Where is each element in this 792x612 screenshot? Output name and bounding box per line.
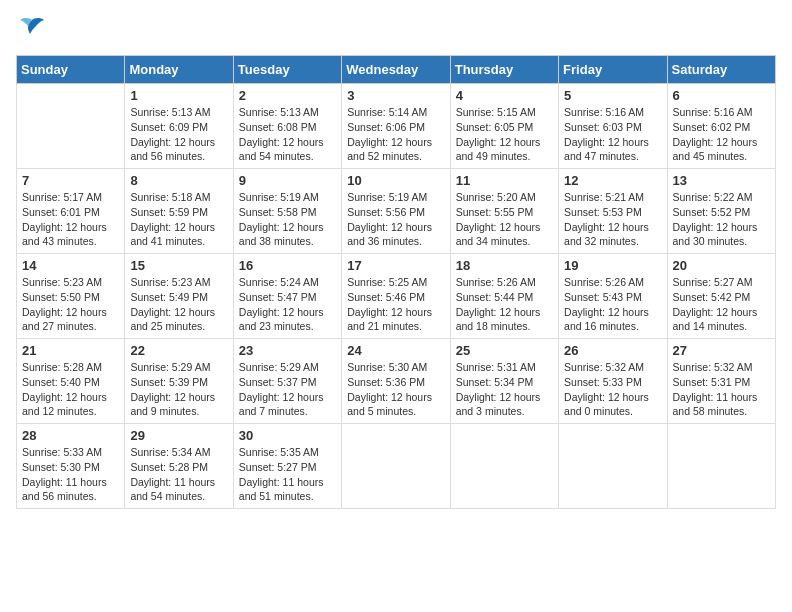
calendar-cell: 18Sunrise: 5:26 AMSunset: 5:44 PMDayligh… <box>450 254 558 339</box>
calendar-cell: 9Sunrise: 5:19 AMSunset: 5:58 PMDaylight… <box>233 169 341 254</box>
calendar-cell <box>17 84 125 169</box>
day-number: 18 <box>456 258 553 273</box>
day-number: 26 <box>564 343 661 358</box>
calendar-cell: 1Sunrise: 5:13 AMSunset: 6:09 PMDaylight… <box>125 84 233 169</box>
day-info: Sunrise: 5:33 AMSunset: 5:30 PMDaylight:… <box>22 445 119 504</box>
calendar-cell <box>667 424 775 509</box>
calendar-cell: 16Sunrise: 5:24 AMSunset: 5:47 PMDayligh… <box>233 254 341 339</box>
calendar-cell: 14Sunrise: 5:23 AMSunset: 5:50 PMDayligh… <box>17 254 125 339</box>
day-number: 21 <box>22 343 119 358</box>
weekday-header-monday: Monday <box>125 56 233 84</box>
day-number: 29 <box>130 428 227 443</box>
day-info: Sunrise: 5:17 AMSunset: 6:01 PMDaylight:… <box>22 190 119 249</box>
day-info: Sunrise: 5:24 AMSunset: 5:47 PMDaylight:… <box>239 275 336 334</box>
day-info: Sunrise: 5:20 AMSunset: 5:55 PMDaylight:… <box>456 190 553 249</box>
calendar-cell: 13Sunrise: 5:22 AMSunset: 5:52 PMDayligh… <box>667 169 775 254</box>
logo <box>16 16 46 43</box>
day-number: 28 <box>22 428 119 443</box>
calendar-cell: 25Sunrise: 5:31 AMSunset: 5:34 PMDayligh… <box>450 339 558 424</box>
day-number: 8 <box>130 173 227 188</box>
day-info: Sunrise: 5:15 AMSunset: 6:05 PMDaylight:… <box>456 105 553 164</box>
day-number: 4 <box>456 88 553 103</box>
day-info: Sunrise: 5:13 AMSunset: 6:09 PMDaylight:… <box>130 105 227 164</box>
weekday-header-wednesday: Wednesday <box>342 56 450 84</box>
day-number: 20 <box>673 258 770 273</box>
day-number: 16 <box>239 258 336 273</box>
calendar-cell: 2Sunrise: 5:13 AMSunset: 6:08 PMDaylight… <box>233 84 341 169</box>
day-number: 17 <box>347 258 444 273</box>
week-row-3: 14Sunrise: 5:23 AMSunset: 5:50 PMDayligh… <box>17 254 776 339</box>
day-number: 27 <box>673 343 770 358</box>
day-info: Sunrise: 5:13 AMSunset: 6:08 PMDaylight:… <box>239 105 336 164</box>
day-info: Sunrise: 5:29 AMSunset: 5:39 PMDaylight:… <box>130 360 227 419</box>
calendar-cell: 19Sunrise: 5:26 AMSunset: 5:43 PMDayligh… <box>559 254 667 339</box>
day-number: 2 <box>239 88 336 103</box>
calendar-cell: 5Sunrise: 5:16 AMSunset: 6:03 PMDaylight… <box>559 84 667 169</box>
day-info: Sunrise: 5:26 AMSunset: 5:44 PMDaylight:… <box>456 275 553 334</box>
calendar-cell: 11Sunrise: 5:20 AMSunset: 5:55 PMDayligh… <box>450 169 558 254</box>
day-info: Sunrise: 5:35 AMSunset: 5:27 PMDaylight:… <box>239 445 336 504</box>
weekday-header-tuesday: Tuesday <box>233 56 341 84</box>
calendar-cell: 26Sunrise: 5:32 AMSunset: 5:33 PMDayligh… <box>559 339 667 424</box>
calendar-cell: 8Sunrise: 5:18 AMSunset: 5:59 PMDaylight… <box>125 169 233 254</box>
calendar-cell: 17Sunrise: 5:25 AMSunset: 5:46 PMDayligh… <box>342 254 450 339</box>
weekday-header-sunday: Sunday <box>17 56 125 84</box>
calendar-cell: 6Sunrise: 5:16 AMSunset: 6:02 PMDaylight… <box>667 84 775 169</box>
day-number: 14 <box>22 258 119 273</box>
day-info: Sunrise: 5:30 AMSunset: 5:36 PMDaylight:… <box>347 360 444 419</box>
day-number: 25 <box>456 343 553 358</box>
calendar-cell: 3Sunrise: 5:14 AMSunset: 6:06 PMDaylight… <box>342 84 450 169</box>
weekday-header-row: SundayMondayTuesdayWednesdayThursdayFrid… <box>17 56 776 84</box>
logo-bird-icon <box>18 16 46 43</box>
day-number: 15 <box>130 258 227 273</box>
day-info: Sunrise: 5:22 AMSunset: 5:52 PMDaylight:… <box>673 190 770 249</box>
week-row-5: 28Sunrise: 5:33 AMSunset: 5:30 PMDayligh… <box>17 424 776 509</box>
day-info: Sunrise: 5:34 AMSunset: 5:28 PMDaylight:… <box>130 445 227 504</box>
calendar-cell: 7Sunrise: 5:17 AMSunset: 6:01 PMDaylight… <box>17 169 125 254</box>
weekday-header-saturday: Saturday <box>667 56 775 84</box>
day-info: Sunrise: 5:23 AMSunset: 5:49 PMDaylight:… <box>130 275 227 334</box>
calendar-cell: 29Sunrise: 5:34 AMSunset: 5:28 PMDayligh… <box>125 424 233 509</box>
day-number: 22 <box>130 343 227 358</box>
week-row-2: 7Sunrise: 5:17 AMSunset: 6:01 PMDaylight… <box>17 169 776 254</box>
calendar-cell: 4Sunrise: 5:15 AMSunset: 6:05 PMDaylight… <box>450 84 558 169</box>
day-number: 9 <box>239 173 336 188</box>
calendar-cell: 23Sunrise: 5:29 AMSunset: 5:37 PMDayligh… <box>233 339 341 424</box>
day-info: Sunrise: 5:31 AMSunset: 5:34 PMDaylight:… <box>456 360 553 419</box>
day-number: 3 <box>347 88 444 103</box>
day-number: 10 <box>347 173 444 188</box>
calendar-cell: 21Sunrise: 5:28 AMSunset: 5:40 PMDayligh… <box>17 339 125 424</box>
day-info: Sunrise: 5:32 AMSunset: 5:31 PMDaylight:… <box>673 360 770 419</box>
week-row-1: 1Sunrise: 5:13 AMSunset: 6:09 PMDaylight… <box>17 84 776 169</box>
day-info: Sunrise: 5:18 AMSunset: 5:59 PMDaylight:… <box>130 190 227 249</box>
day-number: 6 <box>673 88 770 103</box>
calendar-cell <box>450 424 558 509</box>
day-info: Sunrise: 5:19 AMSunset: 5:58 PMDaylight:… <box>239 190 336 249</box>
day-number: 1 <box>130 88 227 103</box>
day-info: Sunrise: 5:21 AMSunset: 5:53 PMDaylight:… <box>564 190 661 249</box>
calendar-cell: 24Sunrise: 5:30 AMSunset: 5:36 PMDayligh… <box>342 339 450 424</box>
day-number: 30 <box>239 428 336 443</box>
day-info: Sunrise: 5:23 AMSunset: 5:50 PMDaylight:… <box>22 275 119 334</box>
day-info: Sunrise: 5:16 AMSunset: 6:03 PMDaylight:… <box>564 105 661 164</box>
calendar-cell: 30Sunrise: 5:35 AMSunset: 5:27 PMDayligh… <box>233 424 341 509</box>
day-number: 12 <box>564 173 661 188</box>
calendar-cell: 20Sunrise: 5:27 AMSunset: 5:42 PMDayligh… <box>667 254 775 339</box>
day-info: Sunrise: 5:32 AMSunset: 5:33 PMDaylight:… <box>564 360 661 419</box>
day-info: Sunrise: 5:25 AMSunset: 5:46 PMDaylight:… <box>347 275 444 334</box>
weekday-header-thursday: Thursday <box>450 56 558 84</box>
page-header <box>16 16 776 43</box>
day-number: 7 <box>22 173 119 188</box>
calendar-cell: 12Sunrise: 5:21 AMSunset: 5:53 PMDayligh… <box>559 169 667 254</box>
day-info: Sunrise: 5:29 AMSunset: 5:37 PMDaylight:… <box>239 360 336 419</box>
day-info: Sunrise: 5:14 AMSunset: 6:06 PMDaylight:… <box>347 105 444 164</box>
calendar-table: SundayMondayTuesdayWednesdayThursdayFrid… <box>16 55 776 509</box>
calendar-cell: 27Sunrise: 5:32 AMSunset: 5:31 PMDayligh… <box>667 339 775 424</box>
calendar-cell <box>559 424 667 509</box>
calendar-cell <box>342 424 450 509</box>
day-info: Sunrise: 5:19 AMSunset: 5:56 PMDaylight:… <box>347 190 444 249</box>
calendar-cell: 15Sunrise: 5:23 AMSunset: 5:49 PMDayligh… <box>125 254 233 339</box>
day-info: Sunrise: 5:27 AMSunset: 5:42 PMDaylight:… <box>673 275 770 334</box>
day-info: Sunrise: 5:26 AMSunset: 5:43 PMDaylight:… <box>564 275 661 334</box>
weekday-header-friday: Friday <box>559 56 667 84</box>
